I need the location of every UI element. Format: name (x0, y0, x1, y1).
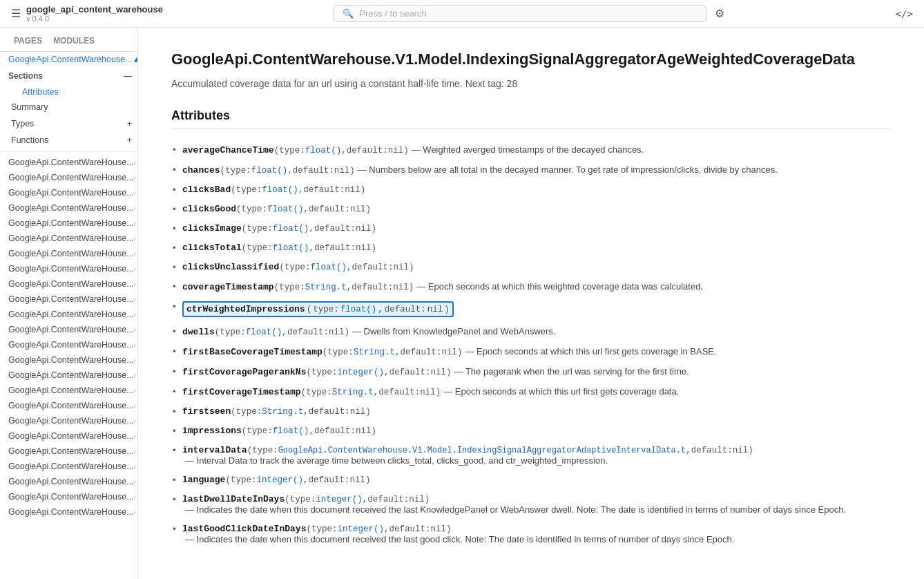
chevron-icon: › (134, 250, 136, 258)
layout: PAGES MODULES GoogleApi.ContentWarehouse… (0, 28, 924, 579)
sidebar-item[interactable]: GoogleApi.ContentWareHouse...› (0, 185, 137, 200)
sidebar-current-module[interactable]: GoogleApi.ContentWarehouse... ▲ ▲ (0, 52, 137, 67)
chevron-icon: › (134, 174, 136, 182)
chevron-icon: › (134, 387, 136, 395)
sidebar-item[interactable]: GoogleApi.ContentWareHouse...› (0, 307, 137, 322)
module-item-label: GoogleApi.ContentWareHouse... (8, 416, 134, 426)
chevron-icon: › (134, 296, 136, 303)
sidebar-types[interactable]: Types + (0, 115, 137, 132)
sidebar-item[interactable]: GoogleApi.ContentWareHouse...› (0, 261, 137, 276)
attribute-item: firstCoverageTimestamp ( type: String.t … (182, 382, 891, 402)
sidebar-item[interactable]: GoogleApi.ContentWareHouse...› (0, 489, 137, 504)
chevron-icon: › (134, 509, 136, 516)
sidebar-item[interactable]: GoogleApi.ContentWareHouse...› (0, 216, 137, 231)
attributes-list: averageChanceTime ( type: float() , defa… (171, 140, 891, 549)
attribute-item: impressions ( type: float() , default: n… (182, 421, 891, 441)
sidebar-item[interactable]: GoogleApi.ContentWareHouse...› (0, 383, 137, 398)
app-info: google_api_content_warehouse v 0.4.0 (26, 4, 163, 23)
chevron-icon: › (134, 159, 136, 167)
sidebar-item[interactable]: GoogleApi.ContentWareHouse...› (0, 276, 137, 292)
module-item-label: GoogleApi.ContentWareHouse... (8, 507, 134, 517)
module-item-label: GoogleApi.ContentWareHouse... (8, 462, 134, 471)
attr-name: intervalData (182, 445, 247, 455)
attribute-item: firstCoveragePagerankNs ( type: integer(… (182, 362, 891, 382)
sidebar-item[interactable]: GoogleApi.ContentWareHouse...› (0, 352, 137, 368)
module-item-label: GoogleApi.ContentWareHouse... (8, 158, 134, 167)
attr-name: lastDwellDateInDays (182, 494, 285, 504)
attribute-item: lastGoodClickDateInDays ( type: integer(… (182, 520, 891, 549)
hamburger-icon[interactable]: ☰ (11, 7, 21, 20)
chevron-icon: › (134, 372, 136, 379)
sidebar-item[interactable]: GoogleApi.ContentWareHouse...› (0, 504, 137, 520)
module-item-label: GoogleApi.ContentWareHouse... (8, 431, 134, 441)
attr-name: clicksGood (182, 204, 236, 214)
sidebar-item[interactable]: GoogleApi.ContentWareHouse...› (0, 398, 137, 413)
module-item-label: GoogleApi.ContentWareHouse... (8, 249, 134, 258)
attr-name: dwells (182, 327, 215, 337)
topbar: ☰ google_api_content_warehouse v 0.4.0 🔍… (0, 0, 924, 28)
sidebar-summary[interactable]: Summary (0, 99, 137, 115)
types-expand-icon[interactable]: + (127, 119, 132, 129)
sidebar-item[interactable]: GoogleApi.ContentWareHouse...› (0, 368, 137, 383)
sections-header[interactable]: Sections — (0, 67, 137, 85)
sidebar-nav-tabs: PAGES MODULES (0, 28, 137, 52)
sidebar-item[interactable]: GoogleApi.ContentWareHouse...› (0, 200, 137, 216)
attribute-item: clicksBad ( type: float() , default: nil… (182, 180, 891, 200)
attribute-item: clicksGood ( type: float() , default: ni… (182, 200, 891, 219)
sidebar-item[interactable]: GoogleApi.ContentWareHouse...› (0, 444, 137, 459)
functions-expand-icon[interactable]: + (127, 135, 132, 145)
attr-name: coverageTimestamp (182, 282, 274, 292)
highlighted-attr: ctrWeightedImpressions ( type: float() ,… (182, 301, 454, 317)
sidebar-item[interactable]: GoogleApi.ContentWareHouse...› (0, 246, 137, 261)
module-item-label: GoogleApi.ContentWareHouse... (8, 446, 134, 456)
sidebar-item[interactable]: GoogleApi.ContentWareHouse...› (0, 413, 137, 428)
tab-pages[interactable]: PAGES (8, 33, 48, 51)
chevron-icon: › (134, 311, 136, 319)
attr-name: impressions (182, 426, 242, 436)
sidebar-item[interactable]: GoogleApi.ContentWareHouse...› (0, 292, 137, 307)
sidebar-item[interactable]: GoogleApi.ContentWareHouse...› (0, 459, 137, 474)
module-item-label: GoogleApi.ContentWareHouse... (8, 294, 134, 304)
attribute-item: firstseen ( type: String.t , default: ni… (182, 402, 891, 421)
sidebar-subitem-attributes[interactable]: Attributes (17, 85, 137, 99)
chevron-icon: › (134, 463, 136, 471)
chevron-icon: › (134, 220, 136, 227)
app-title: google_api_content_warehouse (26, 4, 163, 15)
search-bar[interactable]: 🔍 Press / to search (334, 5, 706, 22)
settings-icon[interactable]: ⚙ (715, 7, 724, 20)
code-icon[interactable]: </> (896, 8, 913, 19)
sidebar-module-list: GoogleApi.ContentWareHouse...›GoogleApi.… (0, 155, 137, 520)
module-item-label: GoogleApi.ContentWareHouse... (8, 173, 134, 182)
module-item-label: GoogleApi.ContentWareHouse... (8, 325, 134, 334)
sidebar-module-label: GoogleApi.ContentWarehouse... (8, 55, 133, 64)
attribute-item: averageChanceTime ( type: float() , defa… (182, 140, 891, 160)
attr-name: firstCoveragePagerankNs (182, 367, 306, 377)
module-item-label: GoogleApi.ContentWareHouse... (8, 203, 134, 213)
sidebar-item[interactable]: GoogleApi.ContentWareHouse...› (0, 322, 137, 337)
tab-modules[interactable]: MODULES (48, 33, 100, 51)
attr-name: firstCoverageTimestamp (182, 387, 301, 397)
attribute-item: lastDwellDateInDays ( type: integer() , … (182, 490, 891, 520)
attribute-item: intervalData ( type: GoogleApi.ContentWa… (182, 441, 891, 471)
page-title: GoogleApi.ContentWarehouse.V1.Model.Inde… (171, 50, 891, 70)
sidebar-functions[interactable]: Functions + (0, 132, 137, 149)
attribute-item: coverageTimestamp ( type: String.t , def… (182, 277, 891, 297)
sidebar-item[interactable]: GoogleApi.ContentWareHouse...› (0, 155, 137, 170)
sidebar-item[interactable]: GoogleApi.ContentWareHouse...› (0, 474, 137, 489)
sections-label: Sections (8, 71, 43, 81)
attr-name: clicksUnclassified (182, 262, 279, 272)
sidebar-item[interactable]: GoogleApi.ContentWareHouse...› (0, 231, 137, 246)
chevron-icon: › (134, 281, 136, 288)
sidebar-item[interactable]: GoogleApi.ContentWareHouse...› (0, 428, 137, 444)
chevron-icon: › (134, 478, 136, 486)
sidebar-item[interactable]: GoogleApi.ContentWareHouse...› (0, 337, 137, 352)
module-item-label: GoogleApi.ContentWareHouse... (8, 355, 134, 365)
chevron-icon: › (134, 433, 136, 440)
attr-name: clicksImage (182, 223, 242, 234)
module-item-label: GoogleApi.ContentWareHouse... (8, 310, 134, 319)
module-item-label: GoogleApi.ContentWareHouse... (8, 370, 134, 380)
sidebar-item[interactable]: GoogleApi.ContentWareHouse...› (0, 170, 137, 185)
module-item-label: GoogleApi.ContentWareHouse... (8, 279, 134, 289)
app-version: v 0.4.0 (26, 15, 163, 23)
attr-name: ctrWeightedImpressions (186, 304, 305, 314)
